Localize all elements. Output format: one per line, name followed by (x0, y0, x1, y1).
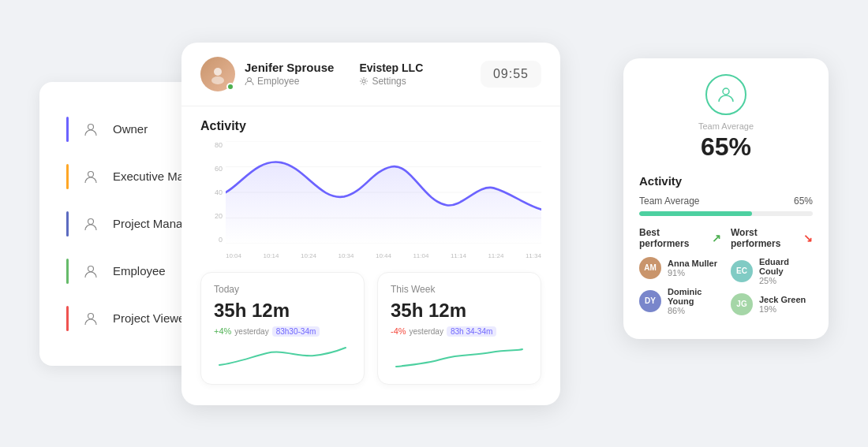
week-stat: This Week 35h 12m -4% yesterday 83h 34-3… (377, 272, 541, 385)
worst-performer-item: JG Jeck Green 19% (731, 293, 813, 315)
role-icon (80, 166, 102, 188)
performers-row: Best performers ↗ AM Anna Muller 91% DY … (639, 227, 813, 323)
svg-point-2 (88, 218, 94, 224)
role-bar (66, 164, 69, 189)
role-icon (80, 307, 102, 330)
performer-pct: 91% (668, 268, 717, 278)
performer-info: Dominic Young 86% (668, 287, 721, 315)
role-bar (66, 117, 69, 142)
time-display: 09:55 (481, 61, 541, 88)
week-badge: 83h 34-34m (447, 326, 496, 337)
today-stat: Today 35h 12m +4% yesterday 83h30-34m (200, 272, 365, 385)
performer-avatar: AM (639, 257, 661, 279)
up-arrow-icon: ↗ (712, 232, 721, 244)
role-icon (80, 260, 102, 282)
activity-section: Activity 80 60 40 20 0 (181, 106, 560, 259)
user-role-label: Employee (245, 76, 334, 87)
chart-area: 80 60 40 20 0 (200, 141, 541, 259)
right-activity-title: Activity (639, 174, 813, 188)
worst-performers-col: Worst performers ↘ EC Eduard Couly 25% J… (731, 227, 813, 323)
right-panel: Team Average 65% Activity Team Average 6… (623, 58, 829, 339)
best-performer-item: AM Anna Muller 91% (639, 257, 721, 279)
chart-y-labels: 80 60 40 20 0 (200, 141, 223, 244)
week-mini-chart (391, 341, 528, 373)
user-info: Jenifer Sprouse Employee Evistep LLC Set… (200, 57, 423, 91)
svg-point-4 (88, 313, 94, 318)
today-mini-chart (214, 341, 351, 373)
performer-name: Jeck Green (759, 295, 806, 304)
performer-pct: 25% (759, 276, 813, 285)
stats-row: Today 35h 12m +4% yesterday 83h30-34m Th… (181, 259, 560, 397)
performer-name: Anna Muller (668, 259, 717, 268)
svg-point-8 (362, 80, 365, 83)
company-name: Evistep LLC (359, 61, 423, 74)
person-icon (245, 76, 254, 86)
team-avg-header: Team Average 65% (639, 74, 813, 162)
today-value: 35h 12m (214, 300, 351, 322)
company-info: Evistep LLC Settings (359, 61, 423, 87)
company-settings[interactable]: Settings (359, 76, 423, 87)
today-badge: 83h30-34m (272, 326, 320, 337)
role-bar (66, 259, 69, 284)
performer-name: Dominic Young (668, 287, 721, 306)
role-icon (80, 118, 102, 140)
best-performers-col: Best performers ↗ AM Anna Muller 91% DY … (639, 227, 721, 323)
team-avg-value: 65% (701, 132, 751, 162)
settings-icon (359, 76, 369, 86)
dashboard-card: Jenifer Sprouse Employee Evistep LLC Set… (181, 43, 560, 405)
performer-info: Anna Muller 91% (668, 259, 717, 278)
role-label: Project Viewer (113, 311, 189, 325)
today-change: +4% yesterday 83h30-34m (214, 326, 351, 337)
team-avg-label: Team Average (698, 121, 754, 131)
online-dot (226, 83, 234, 91)
progress-bar-fill (639, 211, 752, 216)
week-label: This Week (391, 284, 528, 295)
user-name: Jenifer Sprouse (245, 61, 334, 74)
best-performer-item: DY Dominic Young 86% (639, 287, 721, 315)
progress-pct: 65% (794, 196, 813, 207)
week-pct: -4% (391, 326, 406, 336)
svg-point-6 (211, 76, 224, 84)
today-label: Today (214, 284, 351, 295)
role-label: Owner (113, 122, 148, 136)
best-performers-title: Best performers ↗ (639, 227, 721, 249)
today-change-label: yesterday (234, 327, 268, 336)
role-bar (66, 211, 69, 237)
avatar-wrap (200, 57, 235, 91)
role-icon (80, 213, 102, 235)
svg-point-3 (88, 266, 94, 271)
week-change-label: yesterday (410, 327, 443, 336)
progress-label: Team Average (639, 196, 700, 207)
worst-performer-item: EC Eduard Couly 25% (731, 257, 813, 285)
svg-point-5 (214, 68, 222, 76)
svg-point-1 (88, 171, 94, 177)
performer-info: Eduard Couly 25% (759, 257, 813, 285)
svg-point-0 (88, 124, 94, 129)
performer-info: Jeck Green 19% (759, 295, 806, 314)
worst-performers-title: Worst performers ↘ (731, 227, 813, 249)
svg-point-14 (723, 88, 729, 95)
week-change: -4% yesterday 83h 34-34m (391, 326, 528, 337)
performer-pct: 19% (759, 304, 806, 314)
role-bar (66, 306, 69, 331)
performer-avatar: JG (731, 293, 753, 315)
progress-bar-wrap (639, 211, 813, 216)
role-label: Employee (113, 264, 166, 278)
performer-avatar: EC (731, 260, 753, 282)
performer-pct: 86% (668, 306, 721, 315)
activity-title: Activity (200, 119, 541, 133)
week-value: 35h 12m (391, 300, 528, 322)
team-icon (705, 74, 746, 115)
dashboard-header: Jenifer Sprouse Employee Evistep LLC Set… (181, 43, 560, 106)
performer-avatar: DY (639, 290, 661, 312)
chart-x-labels: 10:04 10:14 10:24 10:34 10:44 11:04 11:1… (226, 252, 541, 259)
down-arrow-icon: ↘ (803, 232, 813, 244)
today-pct: +4% (214, 326, 231, 336)
line-chart (226, 141, 541, 244)
performer-name: Eduard Couly (759, 257, 813, 276)
progress-row: Team Average 65% (639, 196, 813, 207)
